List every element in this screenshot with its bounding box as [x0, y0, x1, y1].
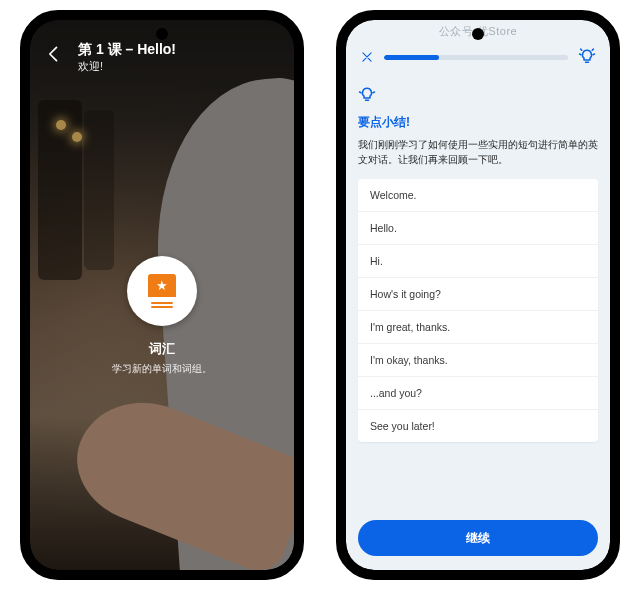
lesson-screen: 第 1 课 – Hello! 欢迎! ★ 词汇 学习新的单词和词组。	[30, 20, 294, 570]
phrase-row[interactable]: I'm okay, thanks.	[358, 344, 598, 377]
vocab-label: 词汇	[30, 340, 294, 358]
progress-fill	[384, 55, 439, 60]
phone-frame-left: 第 1 课 – Hello! 欢迎! ★ 词汇 学习新的单词和词组。	[20, 10, 304, 580]
continue-button[interactable]: 继续	[358, 520, 598, 556]
section-bulb	[358, 82, 598, 108]
summary-screen: 公众号:优Store	[346, 20, 610, 570]
phrase-row[interactable]: See you later!	[358, 410, 598, 442]
lightbulb-icon	[358, 86, 376, 104]
progress-bar	[384, 55, 568, 60]
vocab-card[interactable]: ★	[127, 256, 197, 326]
section-title: 要点小结!	[358, 114, 598, 131]
vocab-label-block: 词汇 学习新的单词和词组。	[30, 340, 294, 376]
phone-frame-right: 公众号:优Store	[336, 10, 620, 580]
vocab-icon: ★	[147, 274, 177, 308]
back-arrow-icon[interactable]	[44, 44, 64, 64]
lightbulb-hint-icon[interactable]	[578, 48, 596, 66]
phrase-row[interactable]: Welcome.	[358, 179, 598, 212]
phrase-row[interactable]: Hi.	[358, 245, 598, 278]
phrase-row[interactable]: Hello.	[358, 212, 598, 245]
lesson-title: 第 1 课 – Hello!	[78, 40, 176, 58]
summary-topbar	[346, 44, 610, 70]
close-icon[interactable]	[360, 50, 374, 64]
vocab-sublabel: 学习新的单词和词组。	[30, 362, 294, 376]
phrase-row[interactable]: I'm great, thanks.	[358, 311, 598, 344]
phrase-row[interactable]: ...and you?	[358, 377, 598, 410]
camera-notch	[472, 28, 484, 40]
phrase-card: Welcome.Hello.Hi.How's it going?I'm grea…	[358, 179, 598, 442]
camera-notch	[156, 28, 168, 40]
lesson-subtitle: 欢迎!	[78, 59, 176, 74]
continue-label: 继续	[466, 530, 490, 547]
summary-content: 要点小结! 我们刚刚学习了如何使用一些实用的短句进行简单的英文对话。让我们再来回…	[358, 82, 598, 442]
lesson-header: 第 1 课 – Hello! 欢迎!	[30, 40, 294, 86]
section-desc: 我们刚刚学习了如何使用一些实用的短句进行简单的英文对话。让我们再来回顾一下吧。	[358, 137, 598, 167]
phrase-row[interactable]: How's it going?	[358, 278, 598, 311]
